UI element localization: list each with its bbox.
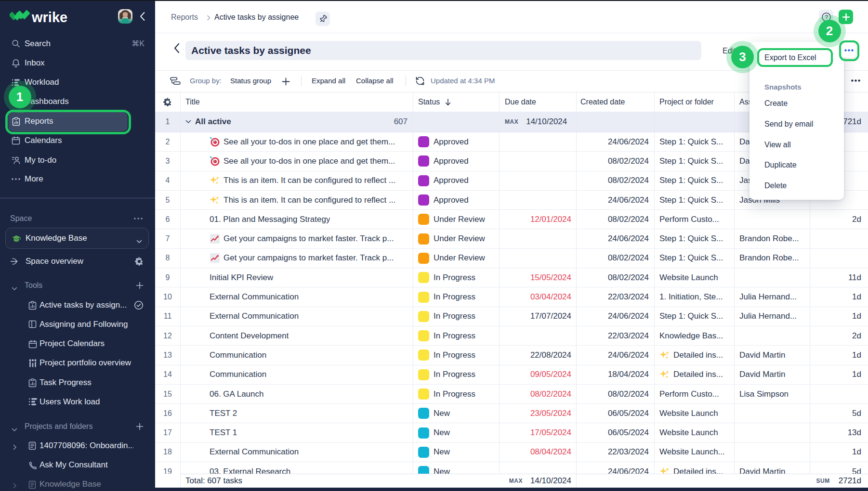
svg-text:?: ? — [825, 13, 828, 20]
svg-text:wrike: wrike — [31, 10, 67, 25]
